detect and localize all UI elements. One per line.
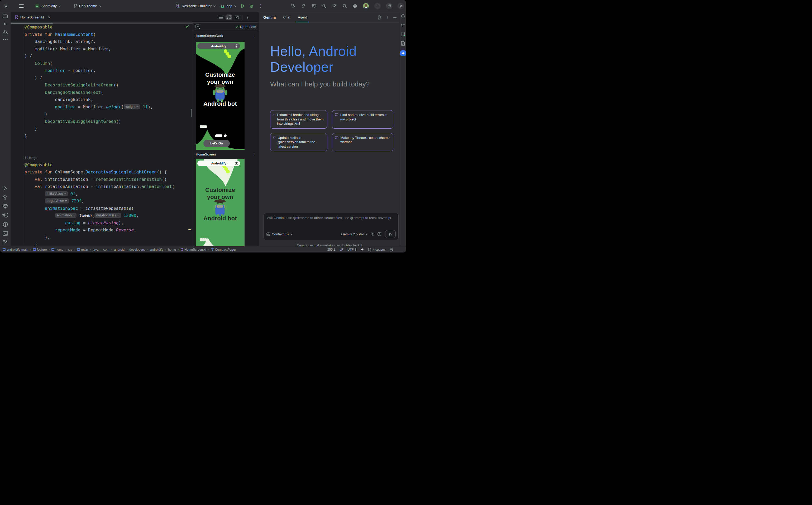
tab-homescreen-kt[interactable]: HomeScreen.kt ✕ xyxy=(11,12,54,22)
breadcrumb-item[interactable]: com xyxy=(103,248,109,251)
split-view-icon[interactable] xyxy=(226,14,232,20)
breadcrumb-item[interactable]: src xyxy=(68,248,72,251)
code-line[interactable]: } xyxy=(24,132,193,140)
delete-conversation-icon[interactable] xyxy=(377,15,381,19)
hide-panel-icon[interactable] xyxy=(393,17,396,18)
app-quality-insights-tool-icon[interactable] xyxy=(3,204,8,209)
ai-spark-icon[interactable] xyxy=(361,248,364,251)
build-tool-icon[interactable] xyxy=(3,195,8,200)
code-line[interactable]: ) { xyxy=(24,52,193,60)
code-line[interactable] xyxy=(24,147,193,154)
breadcrumb-item[interactable]: home xyxy=(51,248,63,251)
inspections-ok-icon[interactable] xyxy=(185,25,189,28)
run-configuration-selector[interactable]: app xyxy=(220,4,237,8)
file-lock-icon[interactable] xyxy=(390,248,393,251)
gemini-settings-gear-icon[interactable] xyxy=(370,232,375,236)
code-editor[interactable]: @Composableprivate fun MainHomeContent( … xyxy=(11,23,193,246)
context-selector[interactable]: Context (6) xyxy=(266,232,293,236)
avatar[interactable] xyxy=(363,3,369,9)
code-line[interactable]: modifier: Modifier = Modifier, xyxy=(24,45,193,53)
caret-position[interactable]: 255:1 xyxy=(327,248,335,251)
code-line[interactable]: 1 Usage xyxy=(24,154,193,161)
gradle-sync-icon[interactable] xyxy=(332,3,337,8)
device-manager-icon[interactable] xyxy=(401,32,405,36)
send-button[interactable] xyxy=(385,230,396,238)
code-line[interactable]: modifier = Modifier.weight(weight = 1f), xyxy=(24,103,193,111)
code-view-icon[interactable] xyxy=(219,16,223,19)
code-line[interactable]: Column( xyxy=(24,60,193,67)
attach-debugger-icon[interactable] xyxy=(322,3,327,8)
code-line[interactable]: animation = tween(durationMillis = 12000… xyxy=(24,212,193,219)
code-line[interactable]: private fun MainHomeContent( xyxy=(24,31,193,38)
code-line[interactable]: dancingBotLink: String?, xyxy=(24,38,193,45)
tab-close-icon[interactable]: ✕ xyxy=(48,15,51,19)
resource-manager-tool-icon[interactable] xyxy=(3,30,8,34)
code-line[interactable]: @Composable xyxy=(24,23,193,31)
model-selector[interactable]: Gemini 2.5 Pro xyxy=(341,232,368,236)
code-line[interactable]: DecorativeSquiggleLightGreen() xyxy=(24,118,193,125)
breadcrumb-item[interactable]: CompactPager xyxy=(211,248,236,251)
file-encoding[interactable]: UTF-8 xyxy=(347,248,356,251)
code-line[interactable]: repeatMode = RepeatMode.Reverse, xyxy=(24,226,193,234)
vcs-branch-selector[interactable]: DarkTheme xyxy=(73,4,102,8)
breadcrumb-item[interactable]: main xyxy=(77,248,88,251)
gemini-input[interactable]: Ask Gemini, use @filename to attach sour… xyxy=(263,213,398,240)
line-ending[interactable]: LF xyxy=(340,248,343,251)
problems-tool-icon[interactable] xyxy=(3,222,8,227)
design-view-icon[interactable] xyxy=(235,16,239,19)
lets-go-button[interactable]: Let's Go xyxy=(203,140,230,147)
tab-chat[interactable]: Chat xyxy=(283,12,290,22)
suggestion-card-build-errors[interactable]: Find and resolve build errors in my proj… xyxy=(332,110,393,129)
breadcrumb-item[interactable]: feature xyxy=(33,248,47,251)
code-line[interactable]: ) { xyxy=(24,74,193,82)
code-line[interactable]: ) xyxy=(24,111,193,118)
settings-gear-icon[interactable] xyxy=(352,3,357,8)
preview-homescreen[interactable]: Androidify Customizeyour own Android xyxy=(196,159,245,246)
project-tool-icon[interactable] xyxy=(3,14,8,18)
profiler-icon[interactable] xyxy=(311,3,316,8)
code-line[interactable]: val rotationAnimation = infiniteAnimatio… xyxy=(24,183,193,190)
project-selector[interactable]: Androidify xyxy=(35,4,61,8)
gemini-options-kebab-icon[interactable]: ⋮ xyxy=(385,16,389,19)
editor-options-kebab-icon[interactable]: ⋮ xyxy=(246,15,250,19)
debug-button[interactable] xyxy=(249,4,254,8)
preview-layout-icon[interactable] xyxy=(196,24,200,29)
suggestion-card-theme-warmer[interactable]: Make my Theme's color scheme warmer xyxy=(332,133,393,152)
commit-tool-icon[interactable] xyxy=(2,23,8,25)
tab-agent[interactable]: Agent xyxy=(298,12,307,22)
suggestion-card-extract-strings[interactable]: Extract all hardcoded strings from this … xyxy=(270,110,327,129)
run-button[interactable] xyxy=(241,4,245,8)
suggestion-card-update-kotlin[interactable]: Update kotlin in @libs.version.toml to t… xyxy=(270,133,327,152)
code-line[interactable]: DecorativeSquiggleLimeGreen() xyxy=(24,81,193,89)
search-everywhere-icon[interactable] xyxy=(342,4,347,8)
indent-config[interactable]: 4 spaces xyxy=(368,248,385,251)
window-close-button[interactable] xyxy=(397,3,404,9)
code-line[interactable]: dancingBotLink, xyxy=(24,96,193,103)
code-line[interactable]: ) xyxy=(24,241,193,246)
preview-homescreendark[interactable]: Androidify Customizeyour own Android xyxy=(196,42,245,150)
code-line[interactable]: ), xyxy=(24,234,193,241)
breadcrumb-item[interactable]: android xyxy=(114,248,124,251)
breadcrumb-item[interactable]: androidify xyxy=(149,248,163,251)
code-line[interactable]: targetValue = 720f, xyxy=(24,197,193,205)
device-selector[interactable]: Resizable Emulator xyxy=(176,4,216,8)
gemini-tool-button[interactable] xyxy=(400,50,406,56)
code-line[interactable]: val infiniteAnimation = rememberInfinite… xyxy=(24,176,193,183)
apply-changes-icon[interactable]: A xyxy=(301,3,306,8)
breadcrumb-item[interactable]: java xyxy=(93,248,98,251)
vertical-scrollbar-thumb[interactable] xyxy=(191,109,192,117)
more-run-options-icon[interactable]: ⋮ xyxy=(258,4,262,8)
code-line[interactable]: easing = LinearEasing), xyxy=(24,219,193,227)
terminal-tool-icon[interactable] xyxy=(3,231,8,235)
breadcrumb-item[interactable]: home xyxy=(168,248,176,251)
version-control-tool-icon[interactable] xyxy=(3,240,8,245)
preview-item-menu-icon[interactable]: ⋮ xyxy=(252,34,256,38)
code-line[interactable]: private fun ColumnScope.DecorativeSquigg… xyxy=(24,168,193,176)
preview-item-menu-icon[interactable]: ⋮ xyxy=(252,153,256,156)
code-line[interactable]: animationSpec = infiniteRepeatable( xyxy=(24,205,193,212)
profiler-cat-tool-icon[interactable] xyxy=(2,213,8,218)
code-line[interactable]: } xyxy=(24,125,193,132)
run-tool-icon[interactable] xyxy=(3,186,8,191)
gradle-tool-icon[interactable] xyxy=(401,23,405,27)
logcat-tool-icon[interactable] xyxy=(401,41,405,46)
